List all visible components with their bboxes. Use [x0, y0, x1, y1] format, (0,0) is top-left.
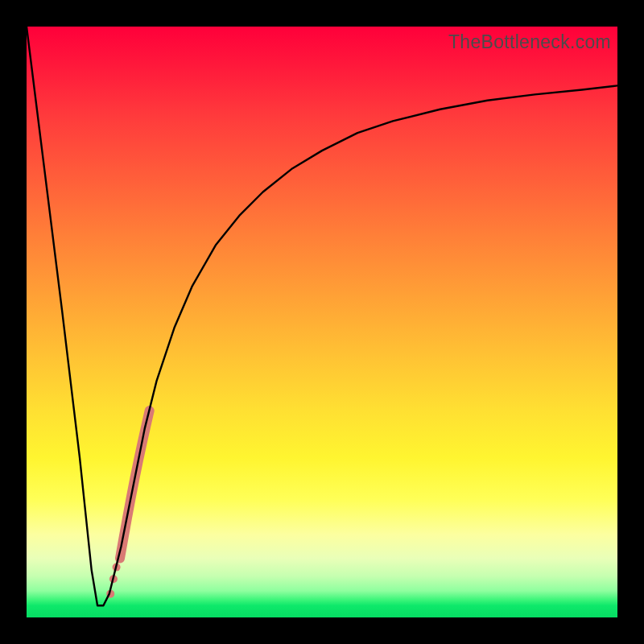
- plot-area: TheBottleneck.com: [27, 27, 617, 617]
- chart-frame: TheBottleneck.com: [0, 0, 644, 644]
- highlight-segment: [120, 411, 150, 558]
- highlight-band-path: [120, 411, 150, 558]
- chart-svg: [27, 27, 617, 617]
- bottleneck-curve: [27, 27, 617, 605]
